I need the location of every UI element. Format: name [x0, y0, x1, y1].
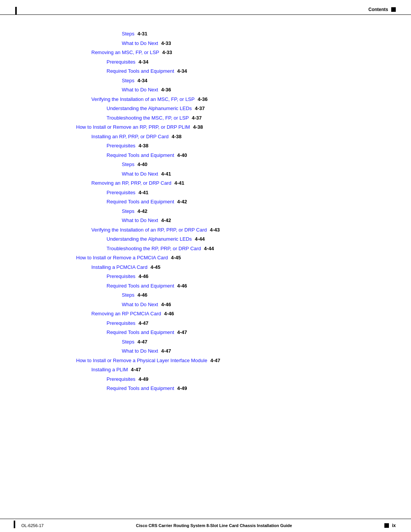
toc-link[interactable]: Steps: [122, 161, 134, 168]
toc-row: Verifying the Installation of an MSC, FP…: [91, 96, 381, 103]
toc-content: Steps4-31What to Do Next4-33Removing an …: [0, 15, 411, 425]
toc-link[interactable]: Steps: [122, 338, 134, 346]
doc-id: OL-6256-17: [15, 523, 44, 528]
page-number-text: ix: [392, 523, 396, 528]
footer-square: [384, 523, 389, 528]
header-title: Contents: [368, 7, 388, 12]
toc-row: Troubleshooting the RP, PRP, or DRP Card…: [107, 245, 381, 252]
toc-row: What to Do Next4-46: [122, 301, 381, 308]
toc-row: Installing a PLIM4-47: [91, 366, 381, 374]
toc-link[interactable]: Removing an MSC, FP, or LSP: [91, 49, 159, 56]
toc-link[interactable]: How to Install or Remove a Physical Laye…: [76, 357, 207, 364]
toc-row: Prerequisites4-46: [107, 273, 381, 280]
toc-page-number: 4-40: [137, 161, 147, 168]
toc-row: What to Do Next4-41: [122, 170, 381, 178]
toc-row: Steps4-46: [122, 291, 381, 299]
toc-page-number: 4-31: [137, 30, 147, 38]
toc-link[interactable]: Prerequisites: [107, 189, 135, 197]
toc-row: Troubleshooting the MSC, FP, or LSP4-37: [107, 114, 381, 122]
toc-page-number: 4-42: [161, 217, 171, 224]
toc-link[interactable]: How to Install or Remove an RP, PRP, or …: [76, 123, 190, 131]
toc-link[interactable]: Steps: [122, 30, 134, 38]
toc-row: Prerequisites4-49: [107, 375, 381, 383]
toc-page-number: 4-42: [137, 208, 147, 215]
toc-row: Prerequisites4-38: [107, 142, 381, 150]
bottom-bar: OL-6256-17 Cisco CRS Carrier Routing Sys…: [0, 519, 411, 532]
toc-link[interactable]: Prerequisites: [107, 273, 135, 280]
toc-page-number: 4-45: [171, 254, 181, 262]
page-number: ix: [384, 523, 396, 528]
toc-link[interactable]: Steps: [122, 208, 134, 215]
top-bar-left-marker: [15, 7, 17, 14]
toc-link[interactable]: What to Do Next: [122, 347, 158, 355]
toc-page-number: 4-38: [139, 142, 148, 150]
toc-link[interactable]: Verifying the Installation of an MSC, FP…: [91, 96, 194, 103]
toc-link[interactable]: Understanding the Alphanumeric LEDs: [107, 235, 192, 243]
toc-link[interactable]: What to Do Next: [122, 217, 158, 224]
toc-page-number: 4-49: [177, 385, 187, 392]
toc-page-number: 4-44: [195, 235, 205, 243]
toc-row: Steps4-34: [122, 77, 381, 85]
toc-link[interactable]: What to Do Next: [122, 301, 158, 308]
header-square: [391, 7, 396, 12]
toc-page-number: 4-36: [198, 96, 207, 103]
toc-page-number: 4-47: [131, 366, 141, 374]
toc-row: What to Do Next4-36: [122, 86, 381, 94]
toc-row: What to Do Next4-42: [122, 217, 381, 224]
toc-page-number: 4-33: [161, 40, 171, 47]
toc-page-number: 4-47: [161, 347, 171, 355]
toc-row: How to Install or Remove an RP, PRP, or …: [76, 123, 381, 131]
toc-link[interactable]: Required Tools and Equipment: [107, 198, 174, 206]
toc-link[interactable]: Understanding the Alphanumeric LEDs: [107, 105, 192, 112]
toc-page-number: 4-46: [177, 282, 187, 290]
toc-row: Removing an MSC, FP, or LSP4-33: [91, 49, 381, 56]
toc-page-number: 4-47: [210, 357, 220, 364]
toc-row: Understanding the Alphanumeric LEDs4-37: [107, 105, 381, 112]
toc-link[interactable]: Required Tools and Equipment: [107, 385, 174, 392]
toc-link[interactable]: Removing an RP, PRP, or DRP Card: [91, 179, 171, 187]
toc-page-number: 4-40: [177, 152, 187, 159]
toc-page-number: 4-34: [137, 77, 147, 85]
toc-link[interactable]: Required Tools and Equipment: [107, 329, 174, 336]
toc-link[interactable]: Installing a PLIM: [91, 366, 128, 374]
toc-page-number: 4-47: [177, 329, 187, 336]
toc-link[interactable]: What to Do Next: [122, 40, 158, 47]
toc-page-number: 4-37: [192, 114, 202, 122]
toc-page-number: 4-41: [139, 189, 148, 197]
toc-row: Removing an RP PCMCIA Card4-46: [91, 310, 381, 318]
toc-row: Verifying the Installation of an RP, PRP…: [91, 226, 381, 234]
toc-page-number: 4-42: [177, 198, 187, 206]
toc-link[interactable]: Required Tools and Equipment: [107, 152, 174, 159]
toc-link[interactable]: Steps: [122, 291, 134, 299]
toc-page-number: 4-41: [174, 179, 184, 187]
toc-link[interactable]: Steps: [122, 77, 134, 85]
toc-page-number: 4-43: [210, 226, 220, 234]
toc-link[interactable]: Prerequisites: [107, 142, 135, 150]
toc-row: Required Tools and Equipment4-49: [107, 385, 381, 392]
toc-link[interactable]: What to Do Next: [122, 170, 158, 178]
toc-link[interactable]: How to Install or Remove a PCMCIA Card: [76, 254, 168, 262]
toc-link[interactable]: Troubleshooting the MSC, FP, or LSP: [107, 114, 189, 122]
toc-link[interactable]: Installing an RP, PRP, or DRP Card: [91, 133, 169, 141]
toc-link[interactable]: What to Do Next: [122, 86, 158, 94]
toc-link[interactable]: Troubleshooting the RP, PRP, or DRP Card: [107, 245, 201, 252]
toc-page-number: 4-38: [193, 123, 203, 131]
toc-row: How to Install or Remove a Physical Laye…: [76, 357, 381, 364]
toc-page-number: 4-45: [150, 264, 160, 271]
toc-link[interactable]: Prerequisites: [107, 375, 135, 383]
toc-link[interactable]: Verifying the Installation of an RP, PRP…: [91, 226, 207, 234]
toc-row: How to Install or Remove a PCMCIA Card4-…: [76, 254, 381, 262]
toc-page-number: 4-46: [161, 301, 171, 308]
toc-link[interactable]: Removing an RP PCMCIA Card: [91, 310, 161, 318]
toc-link[interactable]: Required Tools and Equipment: [107, 67, 174, 75]
toc-page-number: 4-33: [162, 49, 172, 56]
toc-link[interactable]: Prerequisites: [107, 58, 135, 66]
toc-link[interactable]: Required Tools and Equipment: [107, 282, 174, 290]
toc-link[interactable]: Prerequisites: [107, 320, 135, 327]
toc-row: Installing a PCMCIA Card4-45: [91, 264, 381, 271]
bottom-left-marker: [14, 521, 15, 528]
page-container: Contents Steps4-31What to Do Next4-33Rem…: [0, 0, 411, 532]
toc-link[interactable]: Installing a PCMCIA Card: [91, 264, 147, 271]
toc-page-number: 4-34: [139, 58, 148, 66]
toc-row: Prerequisites4-41: [107, 189, 381, 197]
